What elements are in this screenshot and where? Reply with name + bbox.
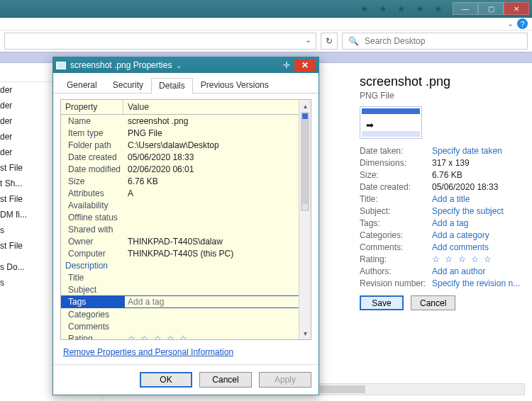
address-bar: ⌄ ↻ 🔍 Search Desktop <box>0 30 532 52</box>
property-row[interactable]: Namescreenshot .png <box>61 115 311 127</box>
property-row[interactable]: Size6.76 KB <box>61 175 311 187</box>
meta-key: Date taken: <box>360 146 429 156</box>
property-value <box>123 211 311 223</box>
property-key: Folder path <box>61 139 123 151</box>
property-row[interactable]: Offline status <box>61 211 311 223</box>
property-row[interactable]: Date modified02/06/2020 06:01 <box>61 163 311 175</box>
property-value <box>123 223 311 235</box>
metadata-grid: Date taken:Specify date takenDimensions:… <box>360 146 522 288</box>
property-row[interactable]: Item typePNG File <box>61 127 311 139</box>
meta-value-editable[interactable]: Add a title <box>432 194 522 204</box>
meta-value: 6.76 KB <box>432 170 522 180</box>
pin-icon[interactable]: ✛ <box>283 60 290 70</box>
property-row[interactable]: Date created05/06/2020 18:33 <box>61 151 311 163</box>
meta-value-editable[interactable]: Add a category <box>432 230 522 240</box>
property-row[interactable]: Folder pathC:\Users\dalaw\Desktop <box>61 139 311 151</box>
item-name: s <box>0 225 4 235</box>
property-key: Attributes <box>61 187 123 199</box>
dialog-titlebar[interactable]: screenshot .png Properties ⌄ ✛ ✕ <box>53 57 318 73</box>
chevron-down-icon[interactable]: ⌄ <box>305 35 311 45</box>
minimize-button[interactable]: — <box>453 2 478 15</box>
dialog-tabs: GeneralSecurityDetailsPrevious Versions <box>53 73 318 94</box>
property-row[interactable]: Shared with <box>61 223 311 235</box>
property-grid-header: Property Value <box>61 100 311 115</box>
rating-stars[interactable]: ☆ ☆ ☆ ☆ ☆ <box>128 334 189 340</box>
remove-properties-link[interactable]: Remove Properties and Personal Informati… <box>63 347 311 357</box>
tab-previous-versions[interactable]: Previous Versions <box>193 77 277 93</box>
dialog-cancel-button[interactable]: Cancel <box>199 372 252 388</box>
rating-stars[interactable]: ☆ ☆ ☆ ☆ ☆ <box>432 254 522 264</box>
close-button[interactable]: ✕ <box>504 2 529 15</box>
property-value <box>123 271 311 283</box>
meta-value-editable[interactable]: Add a tag <box>432 218 522 228</box>
star-icon: ★ <box>434 4 443 14</box>
tab-general[interactable]: General <box>59 77 105 93</box>
maximize-button[interactable]: ▢ <box>478 2 504 15</box>
property-row[interactable]: Availability <box>61 199 311 211</box>
dialog-button-bar: OK Cancel Apply <box>53 364 318 395</box>
property-row[interactable]: Subject <box>61 283 311 295</box>
item-name: st File <box>0 163 23 173</box>
apply-button[interactable]: Apply <box>259 372 311 388</box>
chevron-down-icon[interactable]: ⌄ <box>176 62 182 69</box>
horizontal-scrollbar[interactable] <box>305 383 525 395</box>
vertical-scrollbar[interactable]: ▴ ▾ <box>299 100 311 339</box>
meta-value-editable[interactable]: Specify the revision n... <box>432 278 522 288</box>
property-row[interactable]: Categories <box>61 308 311 320</box>
tags-input[interactable] <box>124 295 310 308</box>
cancel-button[interactable]: Cancel <box>411 295 455 310</box>
tab-details[interactable]: Details <box>151 78 193 94</box>
scroll-down-icon[interactable]: ▾ <box>299 327 311 339</box>
property-row-tags[interactable]: Tags <box>61 295 311 308</box>
meta-value-editable[interactable]: Specify the subject <box>432 206 522 216</box>
meta-value-editable[interactable]: Specify date taken <box>432 146 522 156</box>
property-value <box>123 283 311 295</box>
meta-value-editable[interactable]: Add comments <box>432 242 522 252</box>
property-row[interactable]: ComputerTHINKPAD-T440S (this PC) <box>61 247 311 259</box>
thumbnail: ➡ <box>360 106 422 139</box>
location-box[interactable]: ⌄ <box>4 33 316 50</box>
star-icon: ★ <box>416 4 424 14</box>
meta-value-editable[interactable]: Add an author <box>432 266 522 276</box>
property-key: Subject <box>61 283 123 295</box>
property-row[interactable]: OwnerTHINKPAD-T440S\dalaw <box>61 235 311 247</box>
property-row[interactable]: Title <box>61 271 311 283</box>
meta-key: Authors: <box>360 266 429 276</box>
save-button[interactable]: Save <box>360 295 404 310</box>
header-property[interactable]: Property <box>61 100 123 114</box>
window-titlebar: ★ ★ ★ ★ ★ — ▢ ✕ <box>0 0 532 18</box>
scrollbar-thumb[interactable] <box>320 385 365 393</box>
scrollbar-thumb[interactable] <box>301 112 309 211</box>
help-icon[interactable]: ? <box>517 18 528 29</box>
item-name: s <box>0 278 4 288</box>
header-value[interactable]: Value <box>123 100 153 114</box>
meta-value: 317 x 139 <box>432 158 522 168</box>
ribbon-expand-icon[interactable]: ⌄ <box>507 19 514 28</box>
property-grid[interactable]: Property Value Namescreenshot .pngItem t… <box>60 99 311 340</box>
ok-button[interactable]: OK <box>140 372 192 388</box>
property-row[interactable]: AttributesA <box>61 187 311 199</box>
property-key: Tags <box>61 295 123 308</box>
property-key: Date created <box>61 151 123 163</box>
property-key: Computer <box>61 247 123 259</box>
file-type: PNG File <box>360 91 522 101</box>
property-key: Item type <box>61 127 123 139</box>
item-name: der <box>0 101 12 111</box>
refresh-button[interactable]: ↻ <box>321 33 338 50</box>
property-row[interactable]: Rating☆ ☆ ☆ ☆ ☆ <box>61 332 311 339</box>
property-value: ☆ ☆ ☆ ☆ ☆ <box>123 332 311 339</box>
property-value: THINKPAD-T440S (this PC) <box>123 247 311 259</box>
property-key: Owner <box>61 235 123 247</box>
tab-security[interactable]: Security <box>105 77 151 93</box>
search-input[interactable]: 🔍 Search Desktop <box>342 33 528 50</box>
property-row[interactable]: Comments <box>61 320 311 332</box>
scroll-up-icon[interactable]: ▴ <box>299 100 311 112</box>
section-description: Description <box>61 259 311 271</box>
star-icon: ★ <box>360 4 369 14</box>
property-key: Categories <box>61 308 123 320</box>
item-name: der <box>0 147 12 157</box>
dialog-close-button[interactable]: ✕ <box>294 60 316 72</box>
item-name: der <box>0 116 12 126</box>
meta-key: Revision number: <box>360 278 429 288</box>
property-key: Title <box>61 271 123 283</box>
